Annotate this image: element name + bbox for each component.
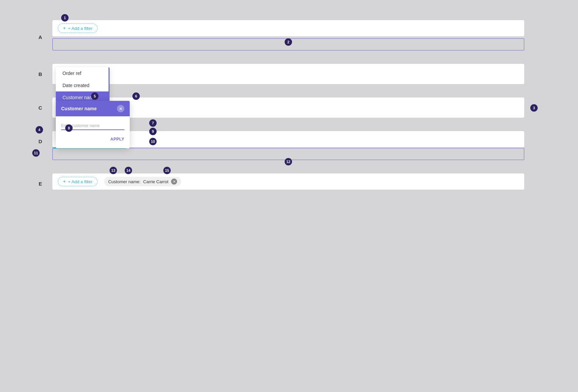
badge-15: 15 (163, 167, 171, 174)
badge-1: 1 (61, 14, 69, 22)
badge-8: 8 (65, 124, 73, 132)
filter-popup-title: Customer name (61, 106, 97, 111)
badge-7: 7 (149, 119, 157, 127)
chip-close-button[interactable]: ✕ (171, 179, 177, 185)
section-label-c: C (34, 101, 47, 114)
badge-4: 4 (36, 126, 43, 133)
add-filter-label-e: + Add a filter (68, 179, 92, 184)
badge-9: 9 (149, 128, 157, 135)
badge-3: 3 (530, 104, 538, 112)
badge-2: 2 (285, 38, 292, 46)
filter-popup-header: Customer name ✕ (56, 101, 130, 116)
section-label-a: A (34, 30, 47, 44)
chip-value: Carrie Carrot (143, 179, 168, 184)
add-filter-label-a: + Add a filter (68, 26, 92, 31)
dropdown-item-date-created[interactable]: Date created (56, 79, 109, 91)
badge-6: 6 (132, 92, 140, 100)
badge-14: 14 (125, 167, 132, 174)
section-label-e: E (34, 177, 47, 190)
badge-10: 10 (149, 138, 157, 145)
filter-popup-body: APPLY (56, 116, 130, 148)
plus-icon-a: + (63, 26, 66, 31)
apply-button[interactable]: APPLY (111, 135, 124, 143)
plus-icon-e: + (63, 179, 66, 184)
filter-popup-close-button[interactable]: ✕ (117, 105, 124, 112)
badge-11: 11 (32, 149, 40, 157)
customer-name-chip: Customer name: Carrie Carrot ✕ (104, 177, 181, 186)
section-label-b: B (34, 67, 47, 81)
section-label-d: D (34, 134, 47, 148)
chip-label: Customer name: (108, 179, 140, 184)
dropdown-item-order-ref[interactable]: Order ref (56, 67, 109, 79)
add-filter-button-e[interactable]: + + Add a filter (58, 177, 97, 186)
add-filter-button-a[interactable]: + + Add a filter (58, 24, 97, 33)
badge-12: 12 (285, 158, 292, 165)
badge-5: 5 (91, 92, 98, 100)
badge-13: 13 (110, 167, 117, 174)
